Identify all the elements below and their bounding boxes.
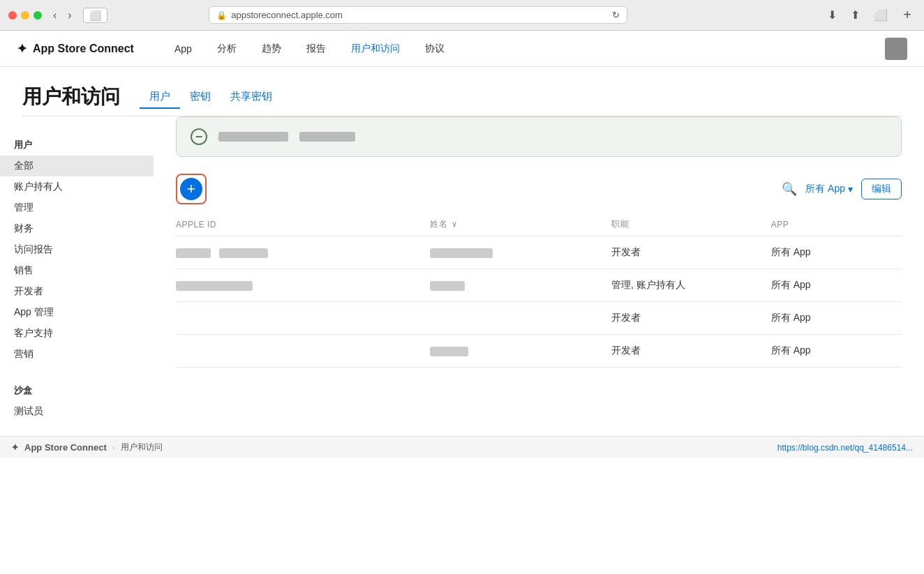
sort-arrow-icon: ∨ <box>452 220 458 228</box>
info-banner-text1 <box>218 132 288 142</box>
avatar[interactable] <box>885 38 907 60</box>
cell-role: 开发者 <box>611 236 771 269</box>
nav-arrows: ‹ › <box>49 8 76 23</box>
table-row[interactable]: 开发者 所有 App <box>176 236 902 269</box>
col-header-apple-id: APPLE ID <box>176 213 430 236</box>
status-bar: ✦ App Store Connect › 用户和访问 https://blog… <box>0 436 924 458</box>
cell-apple-id <box>176 236 430 269</box>
info-banner-content <box>218 132 355 142</box>
tab-keys[interactable]: 密钥 <box>180 86 221 109</box>
info-banner-icon: − <box>191 128 207 145</box>
sidebar-item-testers[interactable]: 测试员 <box>0 401 154 422</box>
back-button[interactable]: ‹ <box>49 8 61 23</box>
cell-app: 所有 App <box>771 335 902 368</box>
traffic-lights <box>8 11 42 20</box>
sidebar-item-customer-support[interactable]: 客户支持 <box>0 323 154 344</box>
add-user-button[interactable]: + <box>180 178 202 200</box>
fullscreen-button[interactable]: ⬜ <box>870 7 892 23</box>
nav-item-users[interactable]: 用户和访问 <box>338 31 412 67</box>
url-text: appstoreconnect.apple.com <box>231 10 343 20</box>
table-row[interactable]: 开发者 所有 App <box>176 302 902 335</box>
sidebar-item-developer[interactable]: 开发者 <box>0 281 154 302</box>
toolbar-right: 🔍 所有 App ▾ 编辑 <box>782 179 902 199</box>
logo-text: App Store Connect <box>33 43 134 55</box>
cell-app: 所有 App <box>771 269 902 302</box>
browser-chrome: ‹ › ⬜ 🔒 appstoreconnect.apple.com ↻ ⬇ ⬆ … <box>0 0 924 31</box>
users-table: APPLE ID 姓名 ∨ 职能 APP <box>176 213 902 368</box>
cell-role: 开发者 <box>611 335 771 368</box>
chevron-down-icon: ▾ <box>848 183 853 195</box>
edit-button[interactable]: 编辑 <box>861 179 902 199</box>
content-area: 用户 全部 账户持有人 管理 财务 访问报告 销售 开发者 App 管理 客户支… <box>0 116 924 436</box>
layout-button[interactable]: ⬜ <box>83 8 107 23</box>
page-title: 用户和访问 <box>22 84 120 110</box>
breadcrumb: 用户和访问 <box>121 441 163 453</box>
sidebar-item-finance[interactable]: 财务 <box>0 218 154 239</box>
info-banner: − <box>176 116 902 157</box>
main-content: − + 🔍 所有 App ▾ 编辑 A <box>154 116 924 436</box>
breadcrumb-separator: › <box>112 443 115 453</box>
nav-item-analytics[interactable]: 分析 <box>204 31 249 67</box>
minimize-button[interactable] <box>21 11 29 20</box>
col-header-app: APP <box>771 213 902 236</box>
table-row[interactable]: 开发者 所有 App <box>176 335 902 368</box>
cell-apple-id <box>176 269 430 302</box>
sidebar-item-all[interactable]: 全部 <box>0 156 154 176</box>
browser-actions: ⬇ ⬆ ⬜ <box>824 7 892 23</box>
download-button[interactable]: ⬇ <box>824 7 841 23</box>
share-button[interactable]: ⬆ <box>847 7 864 23</box>
sidebar: 用户 全部 账户持有人 管理 财务 访问报告 销售 开发者 App 管理 客户支… <box>0 116 154 436</box>
cell-name <box>430 335 611 368</box>
sidebar-section-users: 用户 <box>0 130 154 156</box>
cell-name <box>430 269 611 302</box>
nav-item-app[interactable]: App <box>162 31 204 67</box>
address-bar[interactable]: 🔒 appstoreconnect.apple.com ↻ <box>209 6 627 24</box>
maximize-button[interactable] <box>33 11 42 20</box>
sidebar-item-access-reports[interactable]: 访问报告 <box>0 239 154 260</box>
logo-icon: ✦ <box>17 41 27 56</box>
app-filter-dropdown[interactable]: 所有 App ▾ <box>805 183 853 195</box>
status-url: https://blog.csdn.net/qq_41486514... <box>777 443 913 453</box>
status-logo-icon: ✦ <box>11 442 19 453</box>
nav-item-agreements[interactable]: 协议 <box>412 31 457 67</box>
cell-role: 开发者 <box>611 302 771 335</box>
filter-label: 所有 App <box>805 183 845 195</box>
sidebar-item-admin[interactable]: 管理 <box>0 197 154 218</box>
search-button[interactable]: 🔍 <box>782 181 797 197</box>
sidebar-item-sales[interactable]: 销售 <box>0 260 154 281</box>
table-row[interactable]: 管理, 账户持有人 所有 App <box>176 269 902 302</box>
sidebar-item-app-manager[interactable]: App 管理 <box>0 302 154 323</box>
sidebar-item-marketing[interactable]: 营销 <box>0 344 154 365</box>
toolbar: + 🔍 所有 App ▾ 编辑 <box>176 174 902 204</box>
reload-icon[interactable]: ↻ <box>612 10 620 20</box>
cell-apple-id <box>176 335 430 368</box>
new-tab-button[interactable]: + <box>899 6 916 24</box>
col-header-name: 姓名 ∨ <box>430 213 611 236</box>
info-banner-text2 <box>299 132 355 142</box>
nav-item-trends[interactable]: 趋势 <box>249 31 294 67</box>
status-app-name: App Store Connect <box>24 442 107 453</box>
tab-users[interactable]: 用户 <box>140 86 180 109</box>
tab-shared-secret[interactable]: 共享密钥 <box>221 86 282 109</box>
col-header-role: 职能 <box>611 213 771 236</box>
page-title-area: 用户和访问 用户 密钥 共享密钥 <box>0 67 924 116</box>
app-logo: ✦ App Store Connect <box>17 41 134 56</box>
close-button[interactable] <box>8 11 17 20</box>
cell-app: 所有 App <box>771 302 902 335</box>
main-nav: App 分析 趋势 报告 用户和访问 协议 <box>162 31 885 67</box>
cell-role: 管理, 账户持有人 <box>611 269 771 302</box>
cell-name <box>430 236 611 269</box>
add-button-wrapper: + <box>176 174 207 204</box>
forward-button[interactable]: › <box>64 8 75 23</box>
nav-item-reports[interactable]: 报告 <box>294 31 338 67</box>
cell-app: 所有 App <box>771 236 902 269</box>
sidebar-section-sandbox: 沙盒 <box>0 376 154 401</box>
cell-name <box>430 302 611 335</box>
cell-apple-id <box>176 302 430 335</box>
sidebar-item-account-holder[interactable]: 账户持有人 <box>0 176 154 197</box>
app-header: ✦ App Store Connect App 分析 趋势 报告 用户和访问 协… <box>0 31 924 67</box>
lock-icon: 🔒 <box>216 10 227 20</box>
